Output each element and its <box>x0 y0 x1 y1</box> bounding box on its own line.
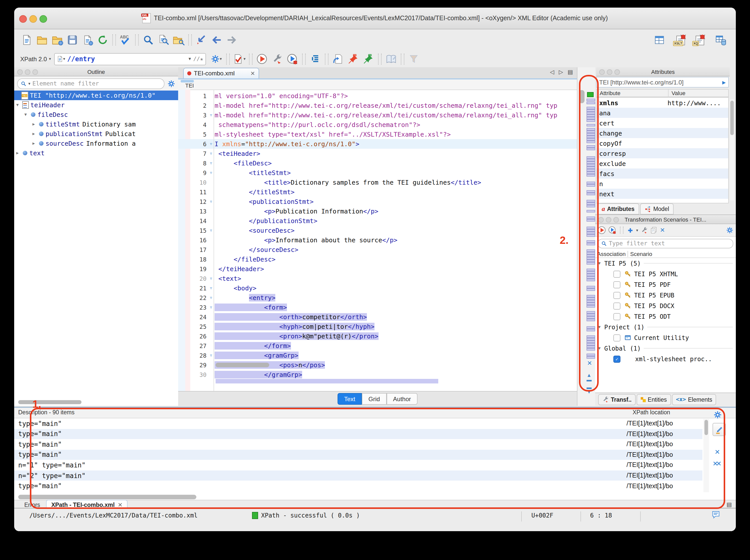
highlight-marker[interactable] <box>587 243 595 245</box>
result-row[interactable]: n="1" type="main"/TEI[1]/text[1]/bo <box>14 460 703 470</box>
attribute-row[interactable]: ana <box>597 108 728 118</box>
code-line[interactable]: 15▿ <sourceDesc> <box>178 226 577 235</box>
code-line[interactable]: 17 </sourceDesc> <box>178 245 577 255</box>
code-line[interactable]: 27 </form> <box>178 341 577 351</box>
highlight-marker[interactable] <box>587 131 595 133</box>
code-line[interactable]: 30 </gramGrp> <box>178 370 577 379</box>
scenario-checkbox[interactable] <box>613 313 620 320</box>
highlight-marker[interactable] <box>587 305 595 307</box>
expander-closed-icon[interactable]: ▶ <box>31 132 37 136</box>
remove-result-icon[interactable]: ✕ <box>715 448 720 456</box>
outline-row[interactable]: ▼teiHeader <box>14 100 178 110</box>
expander-open-icon[interactable]: ▼ <box>22 112 29 117</box>
highlight-marker[interactable] <box>587 319 595 321</box>
highlight-marker[interactable] <box>587 124 595 126</box>
outline-row[interactable]: ▶titleStmtDictionary sam <box>14 119 178 129</box>
open-url-button[interactable] <box>51 33 64 46</box>
highlight-marker[interactable] <box>587 161 595 164</box>
highlight-marker[interactable] <box>587 205 595 207</box>
highlight-marker[interactable] <box>587 268 595 271</box>
tab-model[interactable]: Model <box>640 203 674 215</box>
attribute-row[interactable]: cert <box>597 118 728 128</box>
debug-xquery-button[interactable]: XQ <box>693 33 707 46</box>
highlight-marker[interactable] <box>587 119 595 122</box>
scenario-checkbox[interactable]: ✓ <box>613 355 620 362</box>
delete-scenario-icon[interactable]: ✕ <box>660 227 665 234</box>
dock-tab-transformation[interactable]: Transf.. <box>598 394 636 405</box>
highlight-marker[interactable] <box>587 295 595 297</box>
highlight-marker[interactable] <box>587 240 595 243</box>
apply-transformation-button[interactable] <box>255 52 269 65</box>
outline-settings-gear[interactable] <box>167 80 175 87</box>
code-line[interactable]: 10 <title>Dictionary samples from the TE… <box>178 178 577 187</box>
highlight-marker[interactable] <box>587 102 595 104</box>
attribute-row[interactable]: n <box>597 179 728 189</box>
highlight-results-button[interactable] <box>713 423 726 436</box>
highlight-marker[interactable] <box>587 182 595 184</box>
highlight-marker[interactable] <box>587 297 595 300</box>
highlight-marker[interactable] <box>587 210 595 213</box>
outline-row[interactable]: ▶sourceDescInformation a <box>14 139 178 148</box>
code-line[interactable]: 18 </fileDesc> <box>178 255 577 264</box>
code-line[interactable]: 26 <pron>k@m"petit@(r)</pron> <box>178 331 577 341</box>
tab-attributes[interactable]: aAttributes <box>597 203 639 215</box>
code-line[interactable]: 4 schematypens="http://purl.oclc.org/dsd… <box>178 120 577 129</box>
highlight-marker[interactable] <box>587 348 595 351</box>
highlight-marker[interactable] <box>587 326 595 329</box>
result-row[interactable]: type="main"/TEI[1]/text[1]/bo <box>14 481 703 491</box>
check-out-button[interactable] <box>361 52 375 65</box>
code-area[interactable]: 1ml version="1.0" encoding="UTF-8"?>2ml-… <box>178 89 577 391</box>
compare-button[interactable] <box>407 52 420 65</box>
attribute-row[interactable]: exclude <box>597 158 728 168</box>
highlight-marker[interactable] <box>587 145 595 148</box>
highlight-marker[interactable] <box>587 356 595 359</box>
print-button[interactable] <box>81 33 94 46</box>
highlight-marker[interactable] <box>587 229 595 232</box>
highlight-marker[interactable] <box>587 217 595 219</box>
code-line[interactable]: 2ml-model href="http://www.tei-c.org/rel… <box>178 101 577 110</box>
code-line[interactable]: 11 </titleStmt> <box>178 187 577 197</box>
scenario-checkbox[interactable] <box>613 271 620 278</box>
editor-hscrollbar[interactable] <box>216 363 269 367</box>
debug-scenario-button[interactable] <box>286 52 299 65</box>
attributes-vscrollbar[interactable] <box>730 99 734 200</box>
scenario-group[interactable]: ▼Global (1) <box>595 343 736 354</box>
scenario-item[interactable]: TEI P5 ODT <box>595 311 736 322</box>
outline-panel-header[interactable]: Outline <box>14 67 178 76</box>
scenario-checkbox[interactable] <box>613 302 620 309</box>
next-tab-icon[interactable]: ▷ <box>559 69 563 75</box>
highlight-marker[interactable] <box>587 169 595 172</box>
run-scenario-button[interactable] <box>598 226 606 234</box>
code-line[interactable]: 1ml version="1.0" encoding="UTF-8"?> <box>178 91 577 101</box>
highlight-marker[interactable] <box>587 193 595 195</box>
code-line[interactable]: 20▿ <text> <box>178 274 577 283</box>
outline-filter-input[interactable]: ▾ Element name filter <box>17 78 164 89</box>
highlight-marker[interactable] <box>587 288 595 291</box>
highlight-marker[interactable] <box>587 260 595 262</box>
code-line[interactable]: 14 </publicationStmt> <box>178 216 577 226</box>
check-in-button[interactable] <box>347 52 359 65</box>
code-line[interactable]: 6▿I xmlns="http://www.tei-c.org/ns/1.0"> <box>178 139 577 149</box>
highlight-marker[interactable] <box>587 257 595 260</box>
scenario-item[interactable]: TEI P5 XHTML <box>595 268 736 279</box>
highlight-marker[interactable] <box>587 136 595 138</box>
xml-refactoring-button[interactable] <box>331 52 344 65</box>
code-line[interactable]: 21▿ <body> <box>178 283 577 293</box>
scenario-item[interactable]: Current Utility <box>595 332 736 343</box>
expander-closed-icon[interactable]: ▶ <box>14 151 21 155</box>
editor-vscrollbar-thumb[interactable] <box>579 90 585 103</box>
highlight-marker[interactable] <box>587 252 595 255</box>
scenario-filter-input[interactable]: Type filter text <box>598 239 733 248</box>
tab-list-icon[interactable]: ▤ <box>568 69 573 75</box>
results-list-icon[interactable]: ▤ <box>727 501 732 508</box>
save-button[interactable] <box>66 33 79 46</box>
editor-tab-tei-combo[interactable]: TEI-combo.xml ✕ <box>183 68 259 78</box>
scenario-group[interactable]: ▼TEI P5 (5) <box>595 258 736 268</box>
new-scenario-button[interactable] <box>627 227 634 234</box>
format-indent-button[interactable] <box>309 52 322 65</box>
result-row[interactable]: type="main"/TEI[1]/text[1]/bo <box>14 439 703 449</box>
mode-tab-author[interactable]: Author <box>387 393 417 405</box>
highlight-marker[interactable] <box>587 338 595 340</box>
validate-button[interactable]: ▾ <box>233 52 246 65</box>
highlight-marker[interactable] <box>587 249 595 252</box>
